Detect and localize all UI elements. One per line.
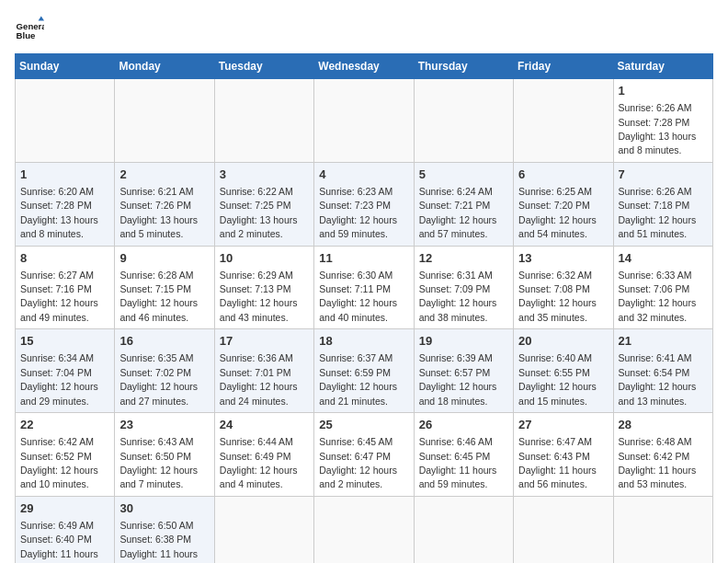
day-number: 1 <box>20 167 109 183</box>
calendar-cell: 5Sunrise: 6:24 AMSunset: 7:21 PMDaylight… <box>414 162 513 246</box>
day-sunrise: Sunrise: 6:50 AM <box>119 520 193 531</box>
day-daylight: Daylight: 11 hours and 50 minutes. <box>20 548 98 563</box>
day-sunrise: Sunrise: 6:20 AM <box>20 186 94 197</box>
day-number: 23 <box>119 417 209 433</box>
svg-text:General: General <box>17 21 44 31</box>
calendar-cell: 29Sunrise: 6:49 AMSunset: 6:40 PMDayligh… <box>16 496 115 563</box>
day-sunset: Sunset: 7:09 PM <box>419 283 491 294</box>
day-sunset: Sunset: 6:55 PM <box>518 367 590 378</box>
calendar-cell <box>613 496 712 563</box>
day-daylight: Daylight: 13 hours and 8 minutes. <box>619 131 697 155</box>
calendar-cell: 14Sunrise: 6:33 AMSunset: 7:06 PMDayligh… <box>613 246 712 329</box>
calendar-cell <box>314 496 414 563</box>
day-daylight: Daylight: 12 hours and 4 minutes. <box>220 465 298 489</box>
day-daylight: Daylight: 12 hours and 51 minutes. <box>619 214 697 239</box>
day-sunrise: Sunrise: 6:43 AM <box>119 436 193 447</box>
day-sunset: Sunset: 6:52 PM <box>20 451 92 462</box>
day-sunset: Sunset: 6:49 PM <box>220 451 291 462</box>
day-sunrise: Sunrise: 6:29 AM <box>220 270 293 281</box>
day-sunset: Sunset: 6:54 PM <box>619 367 690 378</box>
day-sunset: Sunset: 7:16 PM <box>20 283 92 294</box>
day-sunset: Sunset: 7:13 PM <box>220 283 291 294</box>
calendar-cell: 11Sunrise: 6:30 AMSunset: 7:11 PMDayligh… <box>314 246 414 329</box>
day-sunset: Sunset: 7:26 PM <box>119 200 191 211</box>
day-number: 4 <box>319 167 408 183</box>
day-sunrise: Sunrise: 6:26 AM <box>619 186 692 197</box>
calendar-cell: 22Sunrise: 6:42 AMSunset: 6:52 PMDayligh… <box>16 413 115 497</box>
day-number: 17 <box>220 333 309 350</box>
day-daylight: Daylight: 11 hours and 48 minutes. <box>119 548 198 563</box>
day-sunset: Sunset: 7:15 PM <box>119 283 191 294</box>
day-number: 13 <box>518 250 608 267</box>
day-daylight: Daylight: 12 hours and 10 minutes. <box>20 465 98 489</box>
day-daylight: Daylight: 12 hours and 21 minutes. <box>319 381 397 406</box>
day-sunset: Sunset: 7:28 PM <box>619 117 690 128</box>
day-sunrise: Sunrise: 6:39 AM <box>419 352 493 363</box>
day-sunrise: Sunrise: 6:34 AM <box>20 352 94 363</box>
calendar-cell: 1Sunrise: 6:26 AMSunset: 7:28 PMDaylight… <box>613 79 712 163</box>
day-header-sunday: Sunday <box>16 54 115 79</box>
calendar-cell: 27Sunrise: 6:47 AMSunset: 6:43 PMDayligh… <box>514 413 613 497</box>
calendar-cell: 25Sunrise: 6:45 AMSunset: 6:47 PMDayligh… <box>314 413 414 497</box>
day-daylight: Daylight: 11 hours and 59 minutes. <box>419 465 497 489</box>
calendar-cell: 28Sunrise: 6:48 AMSunset: 6:42 PMDayligh… <box>613 413 712 497</box>
day-number: 6 <box>518 167 608 183</box>
day-number: 5 <box>419 167 508 183</box>
day-daylight: Daylight: 12 hours and 40 minutes. <box>319 297 397 322</box>
day-sunrise: Sunrise: 6:37 AM <box>319 352 392 363</box>
calendar-cell: 21Sunrise: 6:41 AMSunset: 6:54 PMDayligh… <box>613 329 712 413</box>
day-number: 20 <box>518 333 608 350</box>
calendar-cell <box>514 496 613 563</box>
day-number: 27 <box>518 417 608 433</box>
day-daylight: Daylight: 11 hours and 53 minutes. <box>619 465 697 489</box>
day-daylight: Daylight: 12 hours and 13 minutes. <box>619 381 697 406</box>
day-daylight: Daylight: 11 hours and 56 minutes. <box>518 465 597 489</box>
day-header-thursday: Thursday <box>414 54 513 79</box>
day-number: 15 <box>20 333 109 350</box>
day-daylight: Daylight: 12 hours and 57 minutes. <box>419 214 497 239</box>
calendar-cell <box>414 79 513 163</box>
day-sunrise: Sunrise: 6:42 AM <box>20 436 94 447</box>
calendar-cell <box>115 79 214 163</box>
calendar-week-row: 1Sunrise: 6:26 AMSunset: 7:28 PMDaylight… <box>16 79 713 163</box>
calendar-cell: 7Sunrise: 6:26 AMSunset: 7:18 PMDaylight… <box>613 162 712 246</box>
day-number: 25 <box>319 417 408 433</box>
day-sunrise: Sunrise: 6:44 AM <box>220 436 293 447</box>
day-sunrise: Sunrise: 6:21 AM <box>119 186 193 197</box>
day-sunrise: Sunrise: 6:33 AM <box>619 270 692 281</box>
day-number: 2 <box>119 167 209 183</box>
day-sunrise: Sunrise: 6:23 AM <box>319 186 392 197</box>
day-sunset: Sunset: 7:21 PM <box>419 200 491 211</box>
day-sunset: Sunset: 7:23 PM <box>319 200 391 211</box>
day-sunrise: Sunrise: 6:35 AM <box>119 352 193 363</box>
day-sunrise: Sunrise: 6:27 AM <box>20 270 94 281</box>
logo: General Blue <box>15 15 44 44</box>
logo-icon: General Blue <box>15 15 44 44</box>
day-sunset: Sunset: 7:28 PM <box>20 200 92 211</box>
day-number: 1 <box>619 83 708 99</box>
calendar-cell: 1Sunrise: 6:20 AMSunset: 7:28 PMDaylight… <box>16 162 115 246</box>
day-number: 12 <box>419 250 508 267</box>
day-sunset: Sunset: 7:02 PM <box>119 367 191 378</box>
day-number: 28 <box>619 417 708 433</box>
day-number: 19 <box>419 333 508 350</box>
day-sunrise: Sunrise: 6:47 AM <box>518 436 592 447</box>
calendar-cell: 26Sunrise: 6:46 AMSunset: 6:45 PMDayligh… <box>414 413 513 497</box>
day-sunset: Sunset: 6:43 PM <box>518 451 590 462</box>
day-sunrise: Sunrise: 6:46 AM <box>419 436 493 447</box>
svg-marker-2 <box>39 17 44 21</box>
svg-text:Blue: Blue <box>17 30 36 40</box>
calendar-cell: 23Sunrise: 6:43 AMSunset: 6:50 PMDayligh… <box>115 413 214 497</box>
day-daylight: Daylight: 12 hours and 38 minutes. <box>419 297 497 322</box>
day-number: 9 <box>119 250 209 267</box>
calendar-cell <box>16 79 115 163</box>
day-sunrise: Sunrise: 6:49 AM <box>20 520 94 531</box>
day-sunset: Sunset: 7:01 PM <box>220 367 291 378</box>
day-sunrise: Sunrise: 6:31 AM <box>419 270 493 281</box>
day-sunset: Sunset: 7:08 PM <box>518 283 590 294</box>
calendar-week-row: 1Sunrise: 6:20 AMSunset: 7:28 PMDaylight… <box>16 162 713 246</box>
calendar-week-row: 15Sunrise: 6:34 AMSunset: 7:04 PMDayligh… <box>16 329 713 413</box>
day-sunset: Sunset: 6:59 PM <box>319 367 391 378</box>
day-daylight: Daylight: 12 hours and 59 minutes. <box>319 214 397 239</box>
day-sunrise: Sunrise: 6:30 AM <box>319 270 392 281</box>
